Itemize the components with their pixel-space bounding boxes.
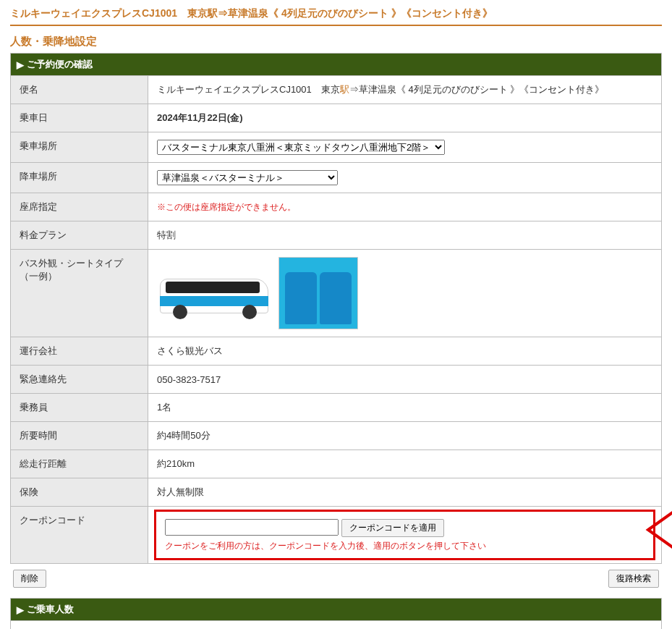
value-route-name: ミルキーウェイエクスプレスCJ1001 東京駅⇒草津温泉《 4列足元のびのびシー… xyxy=(148,76,662,104)
value-emergency: 050-3823-7517 xyxy=(148,366,662,394)
bus-seat-image xyxy=(278,257,358,329)
passengers-panel-header: ▶ ご乗車人数 xyxy=(10,598,662,620)
return-search-button[interactable]: 復路検索 xyxy=(608,570,659,588)
value-insurance: 対人無制限 xyxy=(148,478,662,507)
value-fare-plan: 特割 xyxy=(148,221,662,250)
cell-bus-images xyxy=(148,250,662,337)
label-insurance: 保険 xyxy=(11,478,148,507)
value-operator: さくら観光バス xyxy=(148,337,662,366)
cell-coupon: クーポンコードを適用 クーポンをご利用の方は、クーポンコードを入力後、適用のボタ… xyxy=(148,507,662,564)
chevron-right-icon: ▶ xyxy=(17,604,24,615)
value-crew: 1名 xyxy=(148,394,662,422)
passengers-box: 大人 2 名 合計 0 名 xyxy=(10,620,662,629)
reservation-info-table: 便名 ミルキーウェイエクスプレスCJ1001 東京駅⇒草津温泉《 4列足元のびの… xyxy=(10,75,662,564)
label-alighting: 降車場所 xyxy=(11,163,148,193)
coupon-highlight-box: クーポンコードを適用 クーポンをご利用の方は、クーポンコードを入力後、適用のボタ… xyxy=(154,510,655,560)
confirmation-panel-header: ▶ ご予約便の確認 xyxy=(10,53,662,75)
bus-exterior-image xyxy=(157,257,273,322)
value-seat-note: ※この便は座席指定ができません。 xyxy=(148,193,662,221)
label-route-name: 便名 xyxy=(11,76,148,104)
cell-boarding: バスターミナル東京八重洲＜東京ミッドタウン八重洲地下2階＞ xyxy=(148,132,662,163)
value-distance: 約210km xyxy=(148,450,662,478)
callout-arrow-icon xyxy=(641,501,672,559)
coupon-input[interactable] xyxy=(165,519,339,536)
value-duration: 約4時間50分 xyxy=(148,422,662,450)
alighting-select[interactable]: 草津温泉＜バスターミナル＞ xyxy=(157,170,338,185)
svg-marker-0 xyxy=(648,507,672,553)
section-heading: 人数・乗降地設定 xyxy=(10,35,662,48)
delete-button[interactable]: 削除 xyxy=(13,570,46,588)
value-ride-date: 2024年11月22日(金) xyxy=(148,104,662,132)
label-fare-plan: 料金プラン xyxy=(11,221,148,250)
label-coupon: クーポンコード xyxy=(11,507,148,564)
panel-header-label: ご乗車人数 xyxy=(27,603,74,616)
label-boarding: 乗車場所 xyxy=(11,132,148,163)
label-ride-date: 乗車日 xyxy=(11,104,148,132)
cell-alighting: 草津温泉＜バスターミナル＞ xyxy=(148,163,662,193)
coupon-hint: クーポンをご利用の方は、クーポンコードを入力後、適用のボタンを押して下さい xyxy=(165,540,645,552)
label-bus-appearance: バス外観・シートタイプ（一例） xyxy=(11,250,148,337)
label-emergency: 緊急連絡先 xyxy=(11,366,148,394)
label-crew: 乗務員 xyxy=(11,394,148,422)
label-duration: 所要時間 xyxy=(11,422,148,450)
title-divider xyxy=(10,25,662,26)
boarding-select[interactable]: バスターミナル東京八重洲＜東京ミッドタウン八重洲地下2階＞ xyxy=(157,140,445,155)
label-distance: 総走行距離 xyxy=(11,450,148,478)
page-title: ミルキーウェイエクスプレスCJ1001 東京駅⇒草津温泉《 4列足元のびのびシー… xyxy=(10,7,662,25)
station-link[interactable]: 駅 xyxy=(340,84,349,95)
panel-header-label: ご予約便の確認 xyxy=(27,58,93,71)
label-operator: 運行会社 xyxy=(11,337,148,366)
label-seat-spec: 座席指定 xyxy=(11,193,148,221)
apply-coupon-button[interactable]: クーポンコードを適用 xyxy=(341,519,444,537)
chevron-right-icon: ▶ xyxy=(17,59,24,70)
action-row: 削除 復路検索 xyxy=(10,564,662,598)
